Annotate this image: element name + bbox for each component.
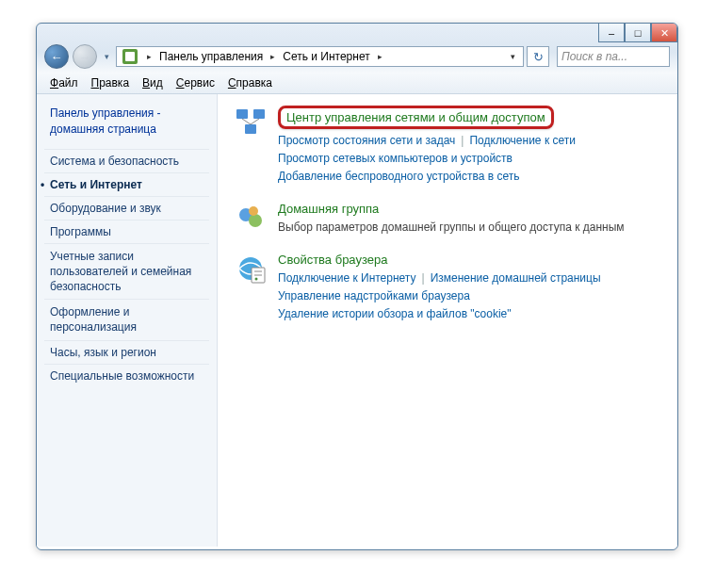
link-separator: |	[416, 271, 431, 285]
category-section: Свойства браузераПодключение к Интернету…	[235, 253, 660, 324]
sidebar-item[interactable]: Система и безопасность	[44, 149, 209, 172]
svg-line-4	[251, 119, 259, 124]
window-controls: – □ ✕	[598, 24, 677, 42]
location-bar[interactable]: ▸ Панель управления ▸ Сеть и Интернет ▸ …	[116, 46, 524, 67]
sidebar-item[interactable]: Учетные записи пользователей и семейная …	[44, 243, 209, 300]
sublink[interactable]: Добавление беспроводного устройства в се…	[278, 170, 520, 183]
sidebar: Панель управления - домашняя страница Си…	[37, 94, 218, 547]
close-button[interactable]: ✕	[651, 24, 677, 42]
svg-point-12	[255, 277, 258, 280]
breadcrumb-root-arrow[interactable]: ▸	[141, 52, 157, 61]
sublink[interactable]: Просмотр состояния сети и задач	[278, 134, 455, 147]
category-sublinks: Подключение к Интернету|Изменение домашн…	[278, 270, 660, 324]
minimize-button[interactable]: –	[598, 24, 625, 42]
menu-bar: Файл Правка Вид Сервис Справка	[37, 73, 677, 94]
category-title[interactable]: Свойства браузера	[278, 253, 660, 267]
category-title[interactable]: Центр управления сетями и общим доступом	[278, 106, 554, 129]
svg-rect-0	[236, 109, 248, 119]
breadcrumb-arrow[interactable]: ▸	[265, 52, 281, 61]
control-panel-window: – □ ✕ ← → ▾ ▸ Панель управления ▸ Сеть и…	[36, 23, 678, 550]
content-area: Центр управления сетями и общим доступом…	[218, 94, 677, 547]
menu-edit[interactable]: Правка	[86, 74, 136, 91]
sidebar-item[interactable]: Оборудование и звук	[44, 196, 209, 220]
category-title[interactable]: Домашняя группа	[278, 202, 660, 216]
svg-rect-1	[253, 109, 265, 119]
sublink[interactable]: Изменение домашней страницы	[431, 271, 601, 285]
svg-line-3	[242, 119, 251, 124]
control-panel-icon	[122, 49, 138, 64]
menu-view[interactable]: Вид	[137, 74, 169, 91]
breadcrumb-arrow-tail[interactable]: ▸	[372, 52, 388, 61]
sidebar-item[interactable]: Программы	[44, 220, 209, 243]
svg-rect-2	[245, 124, 256, 134]
nav-history-dropdown[interactable]: ▾	[101, 44, 112, 69]
sublink[interactable]: Подключение к сети	[469, 134, 575, 147]
sidebar-item[interactable]: Специальные возможности	[44, 364, 209, 387]
menu-tools[interactable]: Сервис	[171, 74, 220, 91]
refresh-button[interactable]: ↻	[527, 46, 549, 67]
sidebar-item[interactable]: Сеть и Интернет	[44, 172, 209, 196]
browser-icon	[235, 253, 267, 285]
menu-help[interactable]: Справка	[222, 74, 278, 91]
breadcrumb-item-control-panel[interactable]: Панель управления	[157, 50, 265, 63]
svg-point-7	[249, 206, 258, 216]
sublink[interactable]: Просмотр сетевых компьютеров и устройств	[278, 152, 513, 165]
category-section: Домашняя группаВыбор параметров домашней…	[235, 202, 660, 237]
breadcrumb-item-network[interactable]: Сеть и Интернет	[281, 50, 371, 63]
link-separator: |	[455, 134, 469, 147]
homegroup-icon	[235, 202, 267, 234]
sublink[interactable]: Подключение к Интернету	[278, 271, 416, 285]
sidebar-item[interactable]: Часы, язык и регион	[44, 340, 209, 364]
address-bar: ← → ▾ ▸ Панель управления ▸ Сеть и Интер…	[37, 24, 677, 73]
maximize-button[interactable]: □	[625, 24, 651, 42]
menu-file[interactable]: Файл	[44, 74, 84, 91]
svg-point-6	[249, 214, 262, 227]
back-button[interactable]: ←	[44, 44, 69, 69]
location-dropdown-icon[interactable]: ▾	[505, 52, 521, 61]
sublink[interactable]: Удаление истории обзора и файлов "cookie…	[278, 307, 512, 320]
category-section: Центр управления сетями и общим доступом…	[235, 106, 660, 187]
forward-button[interactable]: →	[73, 44, 97, 69]
network-icon	[235, 106, 267, 138]
window-body: Панель управления - домашняя страница Си…	[37, 94, 677, 547]
sidebar-item[interactable]: Оформление и персонализация	[44, 299, 209, 339]
category-sublinks: Просмотр состояния сети и задач|Подключе…	[278, 132, 660, 187]
sublink[interactable]: Управление надстройками браузера	[278, 289, 470, 302]
category-subtext: Выбор параметров домашней группы и общег…	[278, 219, 660, 236]
sidebar-home-link[interactable]: Панель управления - домашняя страница	[44, 106, 209, 138]
search-input[interactable]: Поиск в па...	[557, 46, 670, 67]
